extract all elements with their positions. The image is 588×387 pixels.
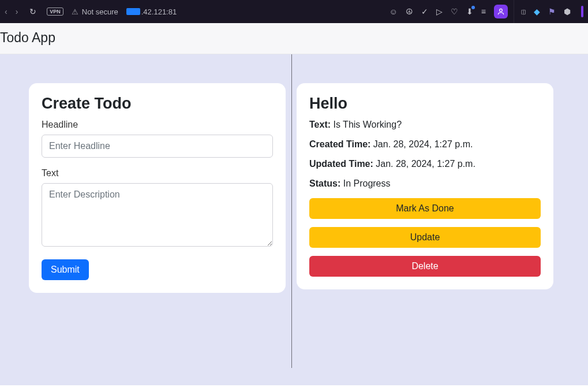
todo-created-label: Created Time: bbox=[309, 139, 370, 149]
detail-column: Hello Text: Is This Working? Created Tim… bbox=[297, 83, 553, 368]
update-button[interactable]: Update bbox=[309, 227, 541, 248]
headline-input[interactable] bbox=[42, 135, 273, 158]
description-textarea[interactable] bbox=[42, 183, 273, 247]
ip-redacted-block bbox=[126, 8, 140, 15]
extensions-panel: ⎅ ◆ ⚑ ⬢ bbox=[514, 0, 583, 23]
settings-sliders-icon[interactable]: ≡ bbox=[481, 7, 486, 16]
headline-label: Headline bbox=[42, 120, 273, 130]
svg-point-0 bbox=[500, 9, 503, 12]
heart-icon[interactable]: ♡ bbox=[451, 7, 458, 16]
address-bar[interactable]: .42.121:81 bbox=[126, 8, 177, 16]
smiley-icon[interactable]: ☺ bbox=[389, 7, 398, 16]
todo-text-label: Text: bbox=[309, 120, 331, 129]
todo-created-line: Created Time: Jan. 28, 2024, 1:27 p.m. bbox=[309, 139, 541, 150]
text-label: Text bbox=[42, 168, 273, 178]
todo-text-value: Is This Working? bbox=[334, 120, 402, 129]
play-icon[interactable]: ▷ bbox=[436, 7, 443, 16]
app-header: Todo App bbox=[0, 23, 588, 54]
mark-done-button[interactable]: Mark As Done bbox=[309, 198, 541, 219]
diamond-icon[interactable]: ◆ bbox=[534, 7, 540, 16]
user-icon[interactable] bbox=[494, 5, 508, 18]
reload-icon[interactable]: ↻ bbox=[29, 7, 36, 16]
browser-chrome: ‹ › ↻ VPN ⚠ Not secure .42.121:81 ☺ ☮ ✓ … bbox=[0, 0, 588, 23]
create-card: Create Todo Headline Text Submit bbox=[29, 83, 286, 293]
sidebar-toggle-icon[interactable] bbox=[581, 6, 583, 17]
delete-button[interactable]: Delete bbox=[309, 256, 541, 277]
todo-text-line: Text: Is This Working? bbox=[309, 120, 541, 130]
todo-updated-label: Updated Time: bbox=[309, 159, 373, 169]
toolbar-icons: ☺ ☮ ✓ ▷ ♡ ⬇ ≡ bbox=[389, 5, 508, 18]
nav-arrows: ‹ › ↻ bbox=[5, 7, 36, 16]
forward-icon[interactable]: › bbox=[16, 7, 18, 16]
main-content: Create Todo Headline Text Submit Hello T… bbox=[0, 54, 588, 385]
create-title: Create Todo bbox=[42, 95, 273, 113]
shield-check-icon[interactable]: ✓ bbox=[421, 7, 428, 16]
cube-icon[interactable]: ⬢ bbox=[564, 7, 571, 16]
download-icon[interactable]: ⬇ bbox=[466, 7, 473, 16]
todo-updated-line: Updated Time: Jan. 28, 2024, 1:27 p.m. bbox=[309, 159, 541, 169]
todo-status-line: Status: In Progress bbox=[309, 178, 541, 189]
pocket-icon[interactable]: ⎅ bbox=[521, 7, 526, 16]
security-indicator[interactable]: ⚠ Not secure bbox=[72, 8, 118, 16]
submit-button[interactable]: Submit bbox=[42, 259, 89, 280]
create-column: Create Todo Headline Text Submit bbox=[29, 83, 286, 368]
warning-icon: ⚠ bbox=[72, 8, 78, 16]
address-text: .42.121:81 bbox=[141, 8, 177, 16]
vpn-badge[interactable]: VPN bbox=[47, 8, 63, 16]
todo-status-label: Status: bbox=[309, 178, 340, 188]
back-icon[interactable]: ‹ bbox=[5, 7, 8, 16]
todo-title: Hello bbox=[309, 95, 541, 113]
todo-updated-value: Jan. 28, 2024, 1:27 p.m. bbox=[376, 159, 475, 169]
todo-created-value: Jan. 28, 2024, 1:27 p.m. bbox=[373, 139, 473, 149]
todo-card: Hello Text: Is This Working? Created Tim… bbox=[297, 83, 553, 289]
column-divider bbox=[291, 54, 292, 368]
bookmark-icon[interactable]: ⚑ bbox=[548, 7, 556, 16]
app-title: Todo App bbox=[0, 30, 586, 46]
not-secure-label: Not secure bbox=[82, 8, 118, 16]
camera-icon[interactable]: ☮ bbox=[406, 7, 413, 16]
todo-status-value: In Progress bbox=[343, 178, 391, 188]
